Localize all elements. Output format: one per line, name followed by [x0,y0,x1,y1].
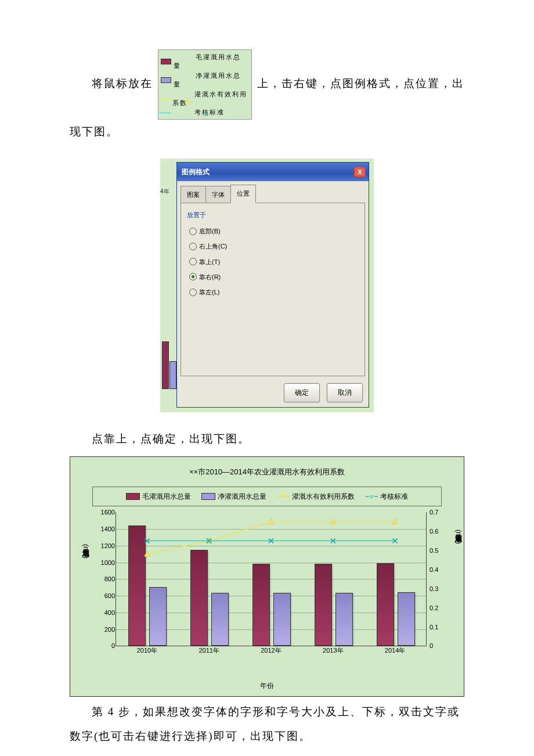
ytick-right: 0.3 [430,582,447,596]
legend-swatch-triangle [161,96,170,101]
ytick-left: 200 [98,622,115,636]
placement-group-label: 放置于 [187,208,359,222]
dialog-screenshot: 4年 图例格式 X 图案 字体 位置 放置于 底部(B) 右上角(C) [160,159,374,412]
legend-swatch-violet [161,77,171,83]
bar-net[interactable] [211,593,229,646]
x-axis-label: 年份 [75,678,459,693]
legend-label-0: 毛灌溉用水总量 [174,53,248,71]
bar-net[interactable] [149,587,167,646]
tab-font[interactable]: 字体 [205,186,231,203]
bar-net[interactable] [273,593,291,646]
radio-right[interactable]: 靠右(R) [189,270,359,284]
bar-gross[interactable] [128,525,146,646]
radio-left[interactable]: 靠左(L) [189,285,359,299]
x-tick-label: 2013年 [302,643,364,657]
x-tick-label: 2014年 [364,643,426,657]
legend-text-1: 净灌溉用水总量 [218,489,266,504]
inline-legend-box[interactable]: 毛灌溉用水总量 净灌溉用水总量 灌溉水有效利用系数 ×考核标准 [158,49,252,120]
legend-text-3: 考核标准 [380,489,408,504]
legend-label-3: 考核标准 [172,108,225,117]
legend-swatch-violet [201,493,215,500]
legend-text-2: 灌溉水有效利用系数 [292,489,355,504]
tab-position[interactable]: 位置 [230,185,256,203]
dialog-body: 放置于 底部(B) 右上角(C) 靠上(T) 靠右(R) 靠左(L) [181,203,365,376]
legend-line-yellow [277,496,290,497]
dialog-titlebar[interactable]: 图例格式 X [177,163,369,181]
ytick-left: 400 [98,606,115,620]
legend-line-teal: × [365,496,378,497]
bar-gross[interactable] [315,564,332,646]
y-axis-right-label: 净灌溉用水总量同(m3) [451,530,466,544]
bar-net[interactable] [335,593,353,646]
legend-swatch-x: × [161,110,170,115]
ytick-left: 1000 [98,556,115,570]
legend-format-dialog: 图例格式 X 图案 字体 位置 放置于 底部(B) 右上角(C) 靠上(T) 靠… [176,162,369,408]
y-axis-left-label: 毛灌溉用水总量(m3) [78,544,93,559]
bar-gross[interactable] [190,550,208,646]
plot-area: 毛灌溉用水总量(m3) 净灌溉用水总量同(m3) 020040060080010… [98,512,442,663]
ytick-right: 0 [430,639,447,653]
dialog-title: 图例格式 [182,164,210,179]
ytick-left: 0 [98,639,115,653]
legend-text-0: 毛灌溉用水总量 [142,489,191,504]
ytick-right: 0.5 [430,543,447,557]
ytick-right: 0.6 [430,524,447,538]
para1-text-a: 将鼠标放在 [92,77,153,89]
x-tick-label: 2011年 [178,643,240,657]
radio-corner[interactable]: 右上角(C) [189,239,359,253]
partial-year-label: 4年 [160,185,169,198]
bar-net[interactable] [398,592,415,646]
x-tick-label: 2010年 [116,643,178,657]
chart-legend-top: 毛灌溉用水总量 净灌溉用水总量 灌溉水有效利用系数 ×考核标准 [92,487,442,506]
ytick-left: 1600 [98,505,115,519]
paragraph-2: 点靠上，点确定，出现下图。 [70,427,464,451]
chart-title: ××市2010—2014年农业灌溉用水有效利用系数 [75,464,459,481]
legend-swatch-maroon [161,59,171,64]
legend-label-1: 净灌溉用水总量 [174,71,248,89]
radio-top[interactable]: 靠上(T) [189,255,359,269]
ytick-right: 0.4 [430,563,447,577]
tab-pattern[interactable]: 图案 [181,186,206,203]
ok-button[interactable]: 确定 [284,383,320,402]
legend-swatch-maroon [126,493,140,500]
close-icon[interactable]: X [354,167,366,177]
ytick-left: 600 [98,589,115,603]
paragraph-1: 将鼠标放在 毛灌溉用水总量 净灌溉用水总量 灌溉水有效利用系数 ×考核标准 上，… [70,49,464,144]
cancel-button[interactable]: 取消 [327,383,363,402]
dialog-tabs: 图案 字体 位置 [177,181,369,203]
radio-bottom[interactable]: 底部(B) [189,224,359,238]
ytick-left: 800 [98,572,115,586]
bar-gross[interactable] [377,563,394,646]
ytick-right: 0.2 [430,601,447,615]
background-chart-fragment [160,308,173,389]
ytick-left: 1400 [98,522,115,536]
x-tick-label: 2012年 [240,643,302,657]
bar-gross[interactable] [252,564,270,646]
result-chart: ××市2010—2014年农业灌溉用水有效利用系数 毛灌溉用水总量 净灌溉用水总… [70,456,464,696]
ytick-right: 0.7 [430,505,447,519]
ytick-right: 0.1 [430,620,447,633]
paragraph-3: 第 4 步，如果想改变字体的字形和字号大小及上、下标，双击文字或数字(也可击右键… [70,700,464,748]
ytick-left: 1200 [98,539,115,553]
